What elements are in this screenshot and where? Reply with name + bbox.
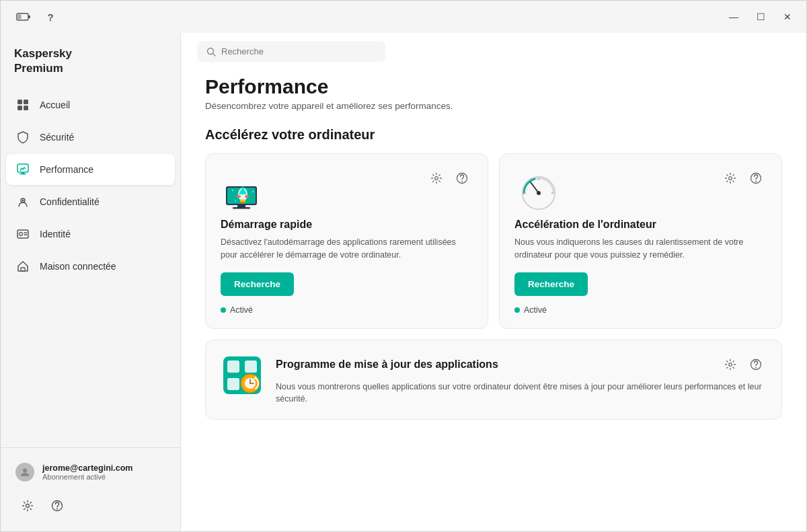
sidebar-item-confidentialite[interactable]: Confidentialité (6, 186, 175, 217)
demarrage-status-label: Activé (230, 305, 253, 315)
demarrage-status: Activé (221, 305, 473, 315)
svg-point-63 (755, 367, 757, 368)
demarrage-settings-btn[interactable] (426, 167, 447, 189)
svg-rect-6 (24, 106, 28, 110)
demarrage-desc: Désactivez l'autodémarrage des applicati… (221, 236, 473, 262)
demarrage-help-btn[interactable] (451, 167, 473, 189)
search-bar-row (181, 33, 806, 70)
demarrage-status-dot (221, 307, 226, 313)
svg-point-17 (23, 469, 27, 473)
bottom-card-content: Programme de mise à jour des application… (276, 354, 767, 406)
svg-point-48 (729, 177, 732, 180)
titlebar: ? — ☐ ✕ (1, 1, 806, 33)
svg-point-33 (232, 190, 233, 191)
acceleration-search-btn[interactable]: Recherche (514, 272, 588, 296)
search-icon (206, 47, 216, 56)
svg-rect-54 (227, 378, 239, 390)
content-body: Performance Désencombrez votre appareil … (181, 70, 806, 531)
svg-rect-52 (227, 360, 239, 373)
minimize-button[interactable]: — (720, 6, 747, 28)
svg-point-20 (56, 508, 58, 510)
sidebar-bottom: jerome@cartegini.com Abonnement activé (1, 447, 180, 531)
user-status: Abonnement activé (42, 473, 132, 481)
update-icon (221, 354, 264, 397)
sidebar-item-identite[interactable]: Identité (6, 219, 175, 250)
bottom-card-desc: Nous vous montrerons quelles application… (276, 381, 767, 406)
acceleration-name: Accélération de l'ordinateur (514, 219, 767, 231)
acceleration-help-btn[interactable] (745, 167, 767, 189)
update-help-btn[interactable] (745, 354, 767, 375)
avatar (15, 463, 34, 482)
sidebar-label-maison: Maison connectée (40, 261, 116, 272)
privacy-icon (15, 194, 30, 209)
sidebar-item-maison[interactable]: Maison connectée (6, 251, 175, 282)
svg-rect-53 (245, 360, 257, 373)
settings-button[interactable] (15, 494, 40, 518)
svg-point-38 (461, 181, 463, 182)
card-demarrage: Démarrage rapide Désactivez l'autodémarr… (205, 153, 488, 329)
svg-point-35 (235, 200, 236, 202)
shield-icon (15, 130, 30, 145)
svg-rect-4 (24, 100, 28, 104)
svg-rect-5 (17, 106, 22, 110)
acceleration-status-label: Activé (524, 305, 547, 315)
demarrage-icon (221, 167, 269, 211)
svg-point-13 (20, 233, 23, 236)
svg-rect-1 (28, 15, 30, 18)
svg-point-32 (241, 201, 245, 204)
svg-rect-25 (233, 207, 250, 209)
home-icon (15, 98, 30, 112)
card-acceleration: Accélération de l'ordinateur Nous vous i… (499, 153, 782, 329)
svg-point-29 (237, 195, 241, 198)
svg-rect-3 (17, 100, 22, 104)
sidebar-item-performance[interactable]: Performance (6, 154, 175, 185)
maximize-button[interactable]: ☐ (747, 6, 774, 28)
user-info: jerome@cartegini.com Abonnement activé (42, 463, 132, 481)
sidebar-footer-icons (6, 488, 175, 523)
svg-point-30 (245, 195, 249, 198)
svg-rect-2 (18, 15, 22, 20)
search-input[interactable] (221, 46, 376, 56)
svg-point-61 (729, 363, 732, 366)
support-button[interactable] (45, 494, 69, 518)
sidebar-label-accueil: Accueil (40, 100, 70, 110)
app-logo: Kaspersky Premium (1, 33, 180, 87)
nav-menu: Accueil Sécurité (1, 87, 180, 447)
main-content: Performance Désencombrez votre appareil … (181, 33, 806, 531)
cards-row: Démarrage rapide Désactivez l'autodémarr… (205, 153, 782, 329)
page-title: Performance (205, 75, 782, 98)
sidebar-item-securite[interactable]: Sécurité (6, 122, 175, 153)
sidebar-label-identite: Identité (40, 229, 71, 239)
bottom-card: Programme de mise à jour des application… (205, 340, 782, 420)
battery-icon-btn[interactable] (11, 6, 36, 28)
help-icon-btn[interactable]: ? (38, 6, 63, 28)
acceleration-desc: Nous vous indiquerons les causes du rale… (514, 236, 767, 262)
svg-point-36 (435, 177, 438, 180)
update-settings-btn[interactable] (720, 354, 741, 375)
user-email: jerome@cartegini.com (42, 463, 132, 473)
demarrage-name: Démarrage rapide (221, 219, 473, 231)
acceleration-settings-btn[interactable] (720, 167, 741, 189)
close-button[interactable]: ✕ (774, 6, 801, 28)
card-acceleration-actions (720, 167, 767, 189)
user-section[interactable]: jerome@cartegini.com Abonnement activé (6, 456, 175, 488)
demarrage-search-btn[interactable]: Recherche (221, 272, 294, 296)
search-input-wrap[interactable] (197, 41, 385, 62)
page-subtitle: Désencombrez votre appareil et améliorez… (205, 101, 782, 111)
sidebar-label-performance: Performance (40, 164, 93, 175)
bottom-card-actions (720, 354, 767, 375)
acceleration-status-dot (514, 307, 520, 313)
sidebar-item-accueil[interactable]: Accueil (6, 89, 175, 120)
svg-point-50 (755, 181, 757, 182)
home-connected-icon (15, 259, 30, 274)
sidebar: Kaspersky Premium Accueil (1, 33, 181, 531)
section-title: Accélérez votre ordinateur (205, 127, 782, 143)
sidebar-label-securite: Sécurité (40, 132, 74, 143)
help-icon: ? (47, 11, 53, 23)
acceleration-icon (514, 167, 563, 211)
svg-point-18 (26, 504, 30, 508)
svg-rect-9 (20, 174, 26, 175)
identity-icon (15, 227, 30, 241)
card-demarrage-actions (426, 167, 473, 189)
sidebar-label-confidentialite: Confidentialité (40, 196, 100, 207)
